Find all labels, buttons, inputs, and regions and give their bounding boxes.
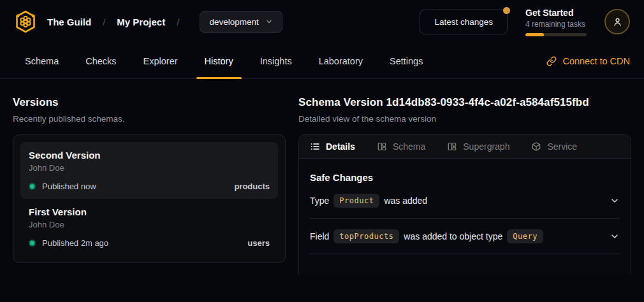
schema-version-subtitle: Detailed view of the schema version xyxy=(298,114,631,124)
version-list-item[interactable]: Second Version John Doe Published now pr… xyxy=(20,142,278,199)
cube-icon xyxy=(531,141,541,152)
chevron-down-icon[interactable] xyxy=(610,231,620,241)
columns-icon xyxy=(377,141,387,152)
tab-details-label: Details xyxy=(326,141,355,152)
target-selector-value: development xyxy=(209,17,258,27)
tab-settings[interactable]: Settings xyxy=(379,43,434,78)
published-status-icon xyxy=(29,240,36,247)
get-started-widget[interactable]: Get Started 4 remaining tasks xyxy=(525,8,587,36)
tab-laboratory[interactable]: Laboratory xyxy=(308,43,374,78)
schema-version-panel: Details Schema xyxy=(298,134,631,275)
hive-logo-icon[interactable] xyxy=(14,10,37,34)
list-icon xyxy=(310,141,320,152)
user-icon xyxy=(612,17,623,27)
get-started-subtitle: 4 remaining tasks xyxy=(525,20,587,29)
target-selector[interactable]: development xyxy=(200,11,282,33)
version-service-name: products xyxy=(234,182,270,191)
change-text: was added to object type xyxy=(404,231,502,241)
tab-details[interactable]: Details xyxy=(310,141,355,152)
tab-schema[interactable]: Schema xyxy=(14,43,70,78)
change-text: Type xyxy=(310,196,329,206)
version-title: First Version xyxy=(29,206,270,217)
link-icon xyxy=(546,56,557,66)
chevron-down-icon[interactable] xyxy=(610,196,620,206)
tab-schema-label: Schema xyxy=(393,141,425,152)
tab-explorer[interactable]: Explorer xyxy=(133,43,189,78)
tab-checks[interactable]: Checks xyxy=(75,43,127,78)
tab-history[interactable]: History xyxy=(194,43,244,78)
version-status: Published 2m ago xyxy=(42,238,108,248)
code-chip: topProducts xyxy=(333,229,399,243)
project-name[interactable]: My Project xyxy=(117,17,165,27)
tab-schema-detail[interactable]: Schema xyxy=(377,141,425,152)
detail-tabbar: Details Schema xyxy=(299,135,631,159)
change-text: was added xyxy=(384,196,427,206)
connect-cdn-link[interactable]: Connect to CDN xyxy=(546,56,630,66)
versions-subtitle: Recently published schemas. xyxy=(13,114,286,124)
tab-service-label: Service xyxy=(547,141,577,152)
version-list-item[interactable]: First Version John Doe Published 2m ago … xyxy=(20,199,278,255)
org-name[interactable]: The Guild xyxy=(47,17,91,27)
code-chip: Query xyxy=(507,229,543,243)
versions-list: Second Version John Doe Published now pr… xyxy=(13,134,286,263)
versions-title: Versions xyxy=(13,96,286,109)
version-title: Second Version xyxy=(29,150,270,161)
tab-supergraph[interactable]: Supergraph xyxy=(447,141,509,152)
get-started-title: Get Started xyxy=(525,8,587,18)
breadcrumb-separator: / xyxy=(100,17,108,27)
schema-version-title: Schema Version 1d14db83-0933-4f4c-a02f-a… xyxy=(298,96,631,109)
chevron-down-icon xyxy=(265,18,273,25)
published-status-icon xyxy=(29,183,36,190)
connect-cdn-label: Connect to CDN xyxy=(562,56,630,66)
tab-supergraph-label: Supergraph xyxy=(463,141,509,152)
tab-service[interactable]: Service xyxy=(531,141,577,152)
code-chip: Product xyxy=(333,194,379,208)
change-text: Field xyxy=(310,231,329,241)
latest-changes-button[interactable]: Latest changes xyxy=(420,10,508,34)
breadcrumb-separator: / xyxy=(174,17,182,27)
breadcrumb: The Guild / My Project / development xyxy=(14,10,282,34)
main-nav: Schema Checks Explorer History Insights … xyxy=(0,43,644,79)
get-started-progress-fill xyxy=(525,33,544,36)
latest-changes-label: Latest changes xyxy=(434,17,493,27)
tab-insights[interactable]: Insights xyxy=(249,43,303,78)
notification-dot xyxy=(503,7,510,14)
detail-content: Safe Changes Type Product was added xyxy=(299,159,631,254)
version-service-name: users xyxy=(247,238,270,248)
columns-icon xyxy=(447,141,457,152)
version-status: Published now xyxy=(42,182,96,191)
change-row[interactable]: Field topProducts was added to object ty… xyxy=(310,219,620,254)
user-avatar[interactable] xyxy=(604,9,630,34)
change-row[interactable]: Type Product was added xyxy=(310,183,620,219)
version-author: John Doe xyxy=(29,163,270,173)
version-author: John Doe xyxy=(29,220,270,229)
safe-changes-title: Safe Changes xyxy=(310,172,620,183)
app-header: The Guild / My Project / development Lat… xyxy=(0,0,644,43)
get-started-progressbar xyxy=(525,33,587,36)
